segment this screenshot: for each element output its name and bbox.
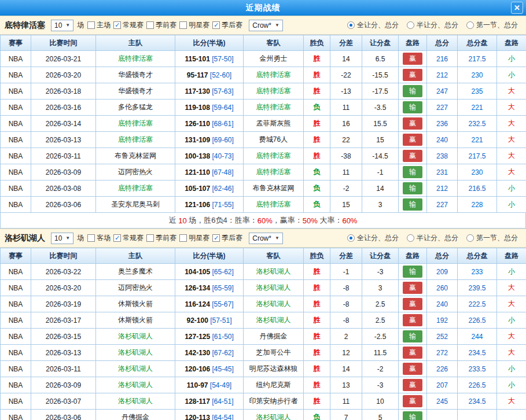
filter-checkbox[interactable]: ✓常规赛 <box>113 233 144 243</box>
select-value: Crow* <box>252 21 271 30</box>
score-cell: 119-108 [59-64] <box>175 100 244 116</box>
final-score: 121-110 <box>185 168 209 176</box>
handicap-cell: 2.5 <box>362 296 399 312</box>
handicap-result-cell: 赢 <box>399 296 427 312</box>
handicap-result-cell: 输 <box>399 264 427 280</box>
filter-checkbox[interactable]: ✓季后赛 <box>212 20 242 30</box>
handicap-result-badge: 赢 <box>403 282 422 294</box>
table-row: NBA2026-03-16多伦多猛龙119-108 [59-64]底特律活塞负1… <box>1 100 526 116</box>
date-cell: 2026-03-14 <box>31 116 96 132</box>
away-team-cell: 底特律活塞 <box>244 83 304 100</box>
total-line-cell: 230 <box>458 164 497 180</box>
handicap-cell: -3 <box>362 377 399 393</box>
checkbox-unchecked-icon[interactable] <box>146 21 154 29</box>
date-cell: 2026-03-13 <box>31 345 96 361</box>
handicap-cell: -17.5 <box>362 83 399 100</box>
checkbox-unchecked-icon[interactable] <box>146 234 154 242</box>
filter-radio[interactable]: 第一节、总分 <box>466 20 518 30</box>
table-row: NBA2026-03-19休斯顿火箭116-124 [55-67]洛杉矶湖人胜-… <box>1 296 526 312</box>
handicap-cell: -1 <box>362 164 399 180</box>
chevron-down-icon: ▼ <box>275 235 279 241</box>
total-line-cell: 222.5 <box>458 296 497 312</box>
filter-checkbox[interactable]: 季前赛 <box>146 20 176 30</box>
filter-checkbox[interactable]: 主场 <box>87 20 111 30</box>
checkbox-checked-icon[interactable]: ✓ <box>113 21 121 29</box>
final-score: 95-117 <box>187 71 208 79</box>
summary-text: 大率： <box>318 215 343 226</box>
filter-radio[interactable]: 全让分、总分 <box>347 233 399 243</box>
result-cell: 负 <box>304 180 330 197</box>
games-count-select[interactable]: 10 ▼ <box>51 20 73 31</box>
summary-text: 60% <box>258 216 273 225</box>
diff-cell: -8 <box>330 296 362 312</box>
league-cell: NBA <box>1 264 31 280</box>
radio-label: 第一节、总分 <box>476 233 518 243</box>
total-cell: 240 <box>427 132 458 148</box>
column-header: 比赛时间 <box>31 248 96 264</box>
checkbox-unchecked-icon[interactable] <box>179 234 187 242</box>
radio-unselected-icon[interactable] <box>466 234 474 242</box>
date-cell: 2026-03-08 <box>31 180 96 197</box>
date-cell: 2026-03-16 <box>31 100 96 116</box>
radio-label: 半让分、总分 <box>417 233 458 243</box>
filter-checkbox[interactable]: ✓常规赛 <box>113 20 144 30</box>
league-cell: NBA <box>1 51 31 67</box>
half-score: [59-64] <box>212 104 233 112</box>
league-cell: NBA <box>1 132 31 148</box>
filter-checkbox[interactable]: 明星赛 <box>179 233 209 243</box>
league-cell: NBA <box>1 393 31 410</box>
date-cell: 2026-03-06 <box>31 410 96 420</box>
filter-radio[interactable]: 第一节、总分 <box>466 233 518 243</box>
radio-unselected-icon[interactable] <box>466 21 474 29</box>
ou-cell: 大 <box>497 148 526 164</box>
radio-selected-icon[interactable] <box>347 21 355 29</box>
column-header: 胜负 <box>304 35 330 51</box>
filter-checkbox[interactable]: ✓季后赛 <box>212 233 242 243</box>
checkbox-checked-icon[interactable]: ✓ <box>212 21 220 29</box>
filter-checkbox[interactable]: 明星赛 <box>179 20 209 30</box>
checkbox-unchecked-icon[interactable] <box>179 21 187 29</box>
checkbox-label: 常规赛 <box>123 20 144 30</box>
results-table: 赛事比赛时间主队比分(半场)客队胜负分差让分盘盘路总分总分盘盘路 NBA2026… <box>0 35 526 213</box>
column-header: 让分盘 <box>362 35 399 51</box>
final-score: 127-125 <box>185 333 210 341</box>
date-cell: 2026-03-20 <box>31 280 96 296</box>
home-team-cell: 休斯顿火箭 <box>96 296 175 312</box>
checkbox-label: 季后赛 <box>222 20 242 30</box>
league-cell: NBA <box>1 296 31 312</box>
total-cell: 238 <box>427 148 458 164</box>
table-row: NBA2026-03-18华盛顿奇才117-130 [57-63]底特律活塞胜-… <box>1 83 526 100</box>
filter-radio[interactable]: 半让分、总分 <box>407 233 458 243</box>
radio-unselected-icon[interactable] <box>407 21 414 29</box>
close-button[interactable]: ✕ <box>511 2 523 14</box>
odds-source-select[interactable]: Crow* ▼ <box>249 20 283 31</box>
half-score: [65-62] <box>212 268 234 276</box>
final-score: 131-109 <box>185 136 210 144</box>
checkbox-label: 常规赛 <box>123 233 144 243</box>
handicap-result-badge: 输 <box>403 166 422 178</box>
home-team-cell: 洛杉矶湖人 <box>96 377 175 393</box>
filter-radio[interactable]: 半让分、总分 <box>407 20 458 30</box>
handicap-cell: -14.5 <box>362 148 399 164</box>
column-header: 比分(半场) <box>175 35 244 51</box>
home-team-cell: 奥兰多魔术 <box>96 264 175 280</box>
checkbox-checked-icon[interactable]: ✓ <box>113 234 121 242</box>
radio-selected-icon[interactable] <box>347 234 355 242</box>
radio-unselected-icon[interactable] <box>407 234 414 242</box>
half-score: [57-51] <box>210 316 231 325</box>
filter-checkbox[interactable]: 季前赛 <box>146 233 176 243</box>
games-count-select[interactable]: 10 ▼ <box>51 233 73 244</box>
checkbox-label: 客场 <box>97 233 111 243</box>
home-team-cell: 休斯顿火箭 <box>96 312 175 329</box>
team-section-pistons: 底特律活塞 10 ▼ 场 主场✓常规赛季前赛明星赛✓季后赛 Crow* ▼ 全让… <box>0 16 526 229</box>
diff-cell: 14 <box>330 51 362 67</box>
diff-cell: -22 <box>330 67 362 83</box>
filter-checkbox[interactable]: 客场 <box>87 233 111 243</box>
odds-source-select[interactable]: Crow* ▼ <box>249 233 283 244</box>
filter-radio[interactable]: 全让分、总分 <box>347 20 399 30</box>
checkbox-unchecked-icon[interactable] <box>87 21 95 29</box>
total-line-cell: 228 <box>458 197 497 213</box>
checkbox-checked-icon[interactable]: ✓ <box>212 234 220 242</box>
checkbox-unchecked-icon[interactable] <box>87 234 95 242</box>
home-team-cell: 洛杉矶湖人 <box>96 361 175 377</box>
